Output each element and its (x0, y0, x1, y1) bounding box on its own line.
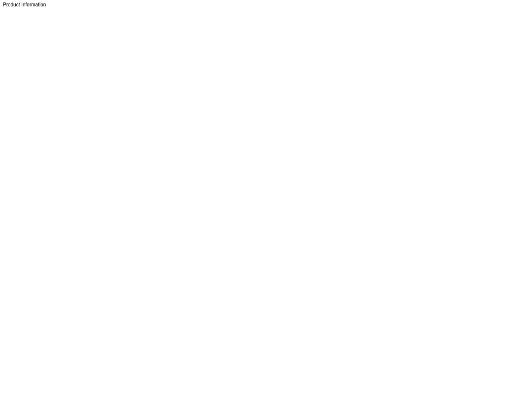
page-header: Product Information (0, 0, 532, 9)
